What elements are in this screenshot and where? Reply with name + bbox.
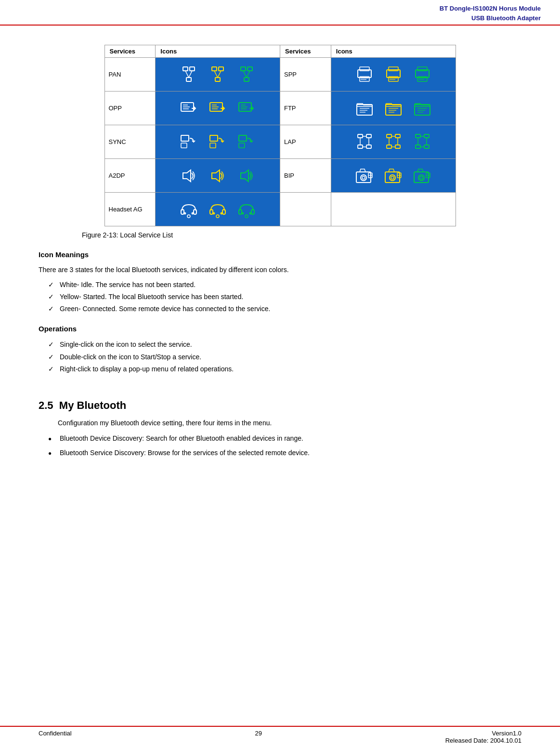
- sync-icon-white: [178, 131, 199, 153]
- svg-rect-58: [181, 143, 187, 148]
- svg-rect-63: [358, 134, 363, 138]
- list-item: Bluetooth Service Discovery: Browse for …: [48, 447, 521, 459]
- svg-rect-81: [416, 145, 420, 148]
- section-number-title: 2.5 My Bluetooth: [39, 399, 521, 412]
- service-a2dp: A2DP: [104, 159, 156, 193]
- a2dp-icon-white: [178, 165, 199, 186]
- svg-rect-6: [219, 67, 223, 71]
- list-item: Right-click to display a pop-up menu of …: [48, 363, 521, 375]
- svg-point-109: [192, 212, 194, 214]
- a2dp-icon-green: [236, 165, 257, 186]
- service-bip: BIP: [280, 159, 331, 193]
- bip-icon-green: [412, 165, 433, 186]
- svg-line-13: [243, 71, 247, 78]
- svg-rect-72: [395, 134, 400, 138]
- col-icons-2: Icons: [331, 45, 456, 58]
- header-line2: USB Bluetooth Adapter: [19, 13, 541, 23]
- svg-point-112: [216, 215, 219, 218]
- svg-rect-80: [424, 134, 429, 138]
- svg-rect-82: [424, 145, 429, 148]
- svg-rect-7: [215, 78, 220, 81]
- main-content: Services Icons Services Icons PAN: [0, 26, 560, 476]
- svg-rect-10: [241, 67, 246, 71]
- svg-point-91: [361, 175, 366, 181]
- svg-point-102: [420, 176, 423, 179]
- icons-spp: [331, 58, 456, 92]
- service-table: Services Icons Services Icons PAN: [104, 45, 456, 226]
- pan-icon-white: [178, 64, 199, 85]
- service-headset-ag: Headset AG: [104, 193, 156, 226]
- svg-rect-64: [366, 134, 371, 138]
- svg-rect-0: [183, 67, 188, 71]
- svg-rect-71: [387, 134, 391, 138]
- svg-line-3: [185, 71, 189, 78]
- service-sync: SYNC: [104, 125, 156, 159]
- opp-icon-yellow: [207, 98, 228, 119]
- lap-icon-green: [412, 131, 433, 153]
- svg-point-92: [362, 176, 365, 179]
- table-row: OPP: [104, 92, 456, 125]
- list-item: Double-click on the icon to Start/Stop a…: [48, 351, 521, 363]
- svg-rect-74: [395, 145, 400, 148]
- lap-icon-white: [354, 131, 375, 153]
- table-row: Headset AG: [104, 193, 456, 226]
- table-row: PAN: [104, 58, 456, 92]
- svg-line-4: [189, 71, 192, 78]
- footer-date: Released Date: 2004.10.01: [445, 737, 521, 744]
- svg-rect-57: [181, 135, 189, 141]
- service-spp: SPP: [280, 58, 331, 92]
- service-opp: OPP: [104, 92, 156, 125]
- headset-icon-green: [236, 199, 257, 220]
- pan-icon-yellow: [207, 64, 228, 85]
- svg-rect-11: [247, 67, 252, 71]
- section-25: 2.5 My Bluetooth: [39, 399, 521, 412]
- footer-left: Confidential: [39, 730, 72, 744]
- operations-heading: Operations: [39, 325, 521, 333]
- service-lap: LAP: [280, 125, 331, 159]
- svg-rect-65: [358, 145, 363, 148]
- svg-point-119: [249, 212, 251, 214]
- service-empty: [280, 193, 331, 226]
- svg-point-113: [213, 212, 215, 214]
- col-services-2: Services: [280, 45, 331, 58]
- svg-rect-79: [416, 134, 420, 138]
- ftp-icon-yellow: [383, 98, 404, 119]
- col-icons-1: Icons: [156, 45, 280, 58]
- svg-rect-5: [212, 67, 217, 71]
- header-line1: BT Dongle-IS1002N Horus Module: [19, 4, 541, 13]
- svg-point-114: [221, 212, 222, 214]
- figure-caption: Figure 2-13: Local Service List: [82, 231, 521, 239]
- service-ftp: FTP: [280, 92, 331, 125]
- svg-marker-87: [183, 170, 191, 182]
- svg-line-14: [247, 71, 250, 78]
- icon-meanings-heading: Icon Meanings: [39, 250, 521, 259]
- section-bullets-list: Bluetooth Device Discovery: Search for o…: [48, 433, 521, 459]
- svg-rect-62: [239, 143, 245, 148]
- icons-empty: [331, 193, 456, 226]
- icons-ftp: [331, 92, 456, 125]
- footer-version: Version1.0: [445, 730, 521, 737]
- icons-headset-ag: [156, 193, 280, 226]
- svg-rect-66: [366, 145, 371, 148]
- svg-rect-60: [210, 143, 216, 148]
- svg-point-97: [391, 176, 394, 179]
- svg-point-96: [390, 175, 395, 181]
- footer-center: 29: [255, 730, 261, 744]
- table-row: A2DP: [104, 159, 456, 193]
- col-services-1: Services: [104, 45, 156, 58]
- icons-a2dp: [156, 159, 280, 193]
- icons-lap: [331, 125, 456, 159]
- page-footer: Confidential 29 Version1.0 Released Date…: [0, 726, 560, 747]
- svg-marker-88: [212, 170, 220, 182]
- footer-right: Version1.0 Released Date: 2004.10.01: [445, 730, 521, 744]
- svg-rect-12: [244, 78, 249, 81]
- icons-sync: [156, 125, 280, 159]
- page-header: BT Dongle-IS1002N Horus Module USB Bluet…: [0, 0, 560, 26]
- svg-point-101: [418, 175, 424, 181]
- spp-icon-yellow: [383, 64, 404, 85]
- table-row: SYNC: [104, 125, 456, 159]
- list-item: White- Idle. The service has not been st…: [48, 279, 521, 291]
- svg-point-117: [245, 215, 248, 218]
- spp-icon-green: [412, 64, 433, 85]
- svg-rect-61: [239, 135, 247, 141]
